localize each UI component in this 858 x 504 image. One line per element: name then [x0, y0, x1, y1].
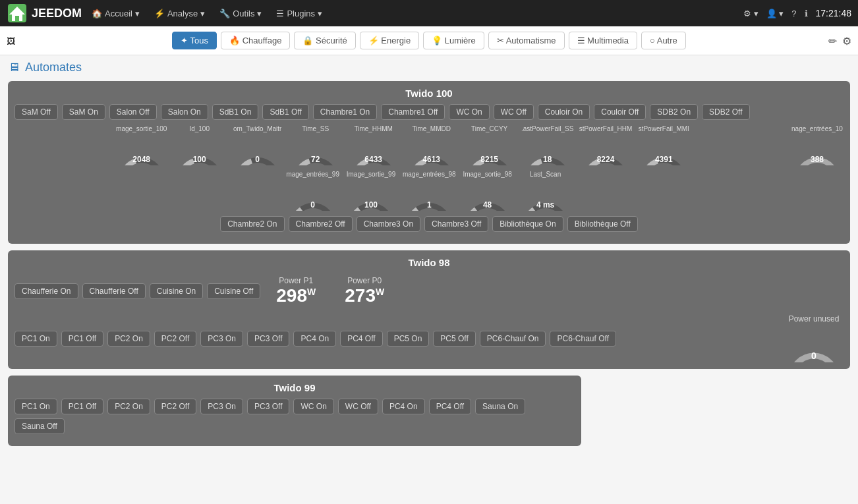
gauge-label: stPowerFail_MMI: [639, 125, 689, 132]
tab-tous[interactable]: ✦ Tous: [172, 32, 217, 49]
cmd-button[interactable]: PC5 On: [387, 331, 430, 347]
gauge-item: Time_HHMM 6433: [347, 125, 400, 165]
power-p0-label: Power P0: [347, 276, 382, 285]
cmd-button[interactable]: SdB1 Off: [262, 104, 308, 120]
cmd-button[interactable]: PC4 Off: [340, 331, 382, 347]
cmd-button[interactable]: Chambre3 On: [357, 216, 420, 232]
nav-plugins[interactable]: ☰ Plugins ▾: [270, 5, 329, 22]
gauge-value: 72: [289, 155, 342, 164]
gauge-wrap: 100: [345, 179, 397, 211]
cmd-button[interactable]: WC On: [449, 104, 489, 120]
gauge-item: Time_SS 72: [289, 125, 342, 165]
cmd-button[interactable]: Chambre2 On: [220, 216, 284, 232]
tab-autre[interactable]: ○ Autre: [641, 32, 686, 49]
gauge-item: Id_100 100: [173, 125, 226, 165]
cmd-button[interactable]: PC3 Off: [247, 399, 289, 414]
cmd-button[interactable]: Chaufferie Off: [82, 283, 146, 299]
gauge-wrap: 2048: [115, 134, 168, 165]
twido98-power-displays: Power P1 298W Power P0 273W: [268, 273, 392, 309]
cmd-button[interactable]: WC On: [293, 399, 333, 414]
cmd-button[interactable]: PC1 Off: [61, 399, 103, 414]
twido98-title: Twido 98: [14, 257, 844, 268]
cmd-button[interactable]: PC1 Off: [61, 331, 103, 347]
cmd-button[interactable]: Salon On: [161, 104, 208, 120]
tab-energie[interactable]: ⚡ Energie: [360, 32, 419, 49]
gauge-label: Image_sortie_98: [463, 171, 512, 178]
cmd-button[interactable]: PC1 On: [14, 331, 57, 347]
cmd-button[interactable]: PC3 Off: [247, 331, 289, 347]
cmd-button[interactable]: Sauna Off: [14, 418, 65, 434]
user-icon[interactable]: 👤 ▾: [766, 9, 784, 18]
cmd-button[interactable]: PC2 Off: [154, 331, 196, 347]
cmd-button[interactable]: Bibliothèque On: [492, 216, 563, 232]
gauge-value: 2048: [115, 155, 168, 164]
cmd-button[interactable]: PC3 On: [200, 331, 243, 347]
gauge-value: 4 ms: [519, 200, 572, 210]
tab-automatisme[interactable]: ✂ Automatisme: [488, 32, 565, 49]
tab-chauffage[interactable]: 🔥 Chauffage: [221, 32, 290, 49]
cmd-button[interactable]: PC6-Chauf Off: [550, 331, 615, 347]
cmd-button[interactable]: WC Off: [338, 399, 378, 414]
gauge-label: Time_CCYY: [471, 125, 507, 132]
cmd-button[interactable]: Bibliothèque Off: [567, 216, 638, 232]
cmd-button[interactable]: Couloir Off: [594, 104, 646, 120]
cmd-button[interactable]: Chambre1 On: [313, 104, 377, 120]
gauge-wrap: 4 ms: [519, 179, 572, 211]
gauge-value: 0: [231, 155, 284, 164]
cmd-button[interactable]: PC4 On: [293, 331, 336, 347]
cmd-button[interactable]: PC5 Off: [433, 331, 475, 347]
cmd-button[interactable]: SaM Off: [14, 104, 58, 120]
gauge-wrap: 0: [231, 134, 284, 165]
cmd-button[interactable]: Chaufferie On: [14, 283, 78, 299]
cmd-button[interactable]: PC4 Off: [429, 399, 471, 414]
cmd-button[interactable]: SDB2 On: [650, 104, 698, 120]
tab-multimedia[interactable]: ☰ Multimedia: [569, 32, 637, 49]
cmd-button[interactable]: SaM On: [62, 104, 105, 120]
settings-icon[interactable]: ⚙ ▾: [743, 9, 758, 18]
power-unused-gauge: Power unused 0: [784, 314, 844, 362]
gauge-item: mage_entrées_98 1: [403, 171, 456, 211]
gauge-extra-wrap: 388: [791, 134, 844, 165]
power-unused-wrap: 0: [784, 326, 844, 362]
page-title: Automates: [25, 61, 82, 74]
cmd-button[interactable]: SDB2 Off: [702, 104, 749, 120]
gauge-label: mage_sortie_100: [116, 125, 167, 132]
cmd-button[interactable]: PC2 On: [107, 399, 150, 414]
gauge-item: Time_CCYY 8215: [463, 125, 516, 165]
nav-accueil[interactable]: 🏠 Accueil ▾: [85, 5, 146, 22]
navbar-left: JEEDOM 🏠 Accueil ▾ ⚡ Analyse ▾ 🔧 Outils …: [7, 3, 329, 24]
cmd-button[interactable]: PC4 On: [382, 399, 425, 414]
twido98-block: Twido 98 Chaufferie OnChaufferie OffCuis…: [8, 250, 850, 369]
twido99-btns: PC1 OnPC1 OffPC2 OnPC2 OffPC3 OnPC3 OffW…: [14, 399, 575, 434]
help-icon[interactable]: ?: [791, 9, 796, 18]
info-icon[interactable]: ℹ: [805, 9, 808, 18]
cmd-button[interactable]: Sauna On: [475, 399, 525, 414]
cmd-button[interactable]: PC2 Off: [154, 399, 196, 414]
cmd-button[interactable]: Cuisine On: [150, 283, 203, 299]
nav-outils[interactable]: 🔧 Outils ▾: [213, 5, 268, 22]
config-icon[interactable]: ⚙: [842, 34, 851, 47]
cmd-button[interactable]: PC3 On: [200, 399, 243, 414]
cmd-button[interactable]: Chambre3 Off: [424, 216, 488, 232]
gauge-item: om_Twido_Maitr 0: [231, 125, 284, 165]
gauge-value: 100: [173, 155, 226, 164]
cmd-button[interactable]: PC2 On: [107, 331, 150, 347]
cmd-button[interactable]: SdB1 On: [212, 104, 259, 120]
tab-lumiere[interactable]: 💡 Lumière: [423, 32, 484, 49]
brand[interactable]: JEEDOM: [7, 3, 82, 24]
gauge-value: 4613: [405, 155, 458, 164]
cmd-button[interactable]: Chambre1 Off: [381, 104, 445, 120]
image-icon[interactable]: 🖼: [7, 36, 15, 45]
tab-securite[interactable]: 🔒 Sécurité: [294, 32, 355, 49]
cmd-button[interactable]: Couloir On: [538, 104, 590, 120]
cmd-button[interactable]: WC Off: [494, 104, 534, 120]
cmd-button[interactable]: PC6-Chauf On: [480, 331, 546, 347]
cmd-button[interactable]: Salon Off: [109, 104, 157, 120]
edit-icon[interactable]: ✏: [828, 34, 837, 47]
gauge-label: mage_entrées_99: [286, 171, 339, 178]
cmd-button[interactable]: Cuisine Off: [207, 283, 260, 299]
cmd-button[interactable]: Chambre2 Off: [289, 216, 353, 232]
svg-rect-2: [15, 16, 19, 21]
nav-analyse[interactable]: ⚡ Analyse ▾: [148, 5, 212, 22]
cmd-button[interactable]: PC1 On: [14, 399, 57, 414]
